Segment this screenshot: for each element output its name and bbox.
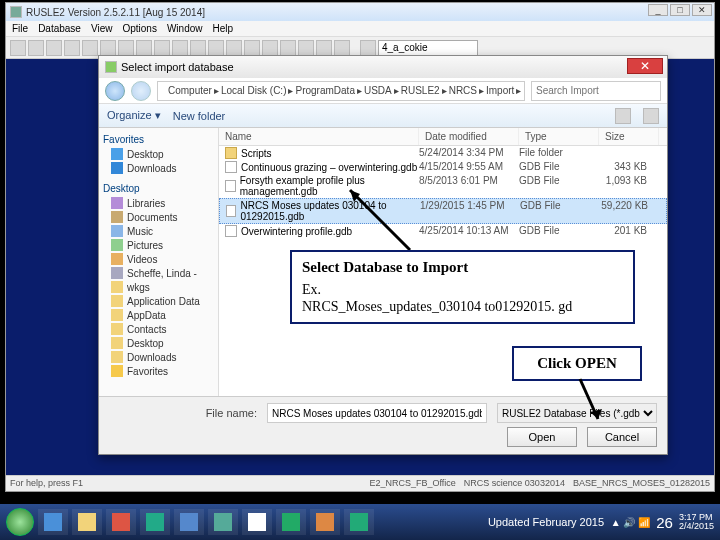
list-item[interactable]: Scripts 5/24/2014 3:34 PMFile folder xyxy=(219,146,667,160)
taskbar-item[interactable] xyxy=(276,509,306,535)
toolbar-icon[interactable] xyxy=(316,40,332,56)
file-icon xyxy=(226,205,236,217)
breadcrumb-part[interactable]: Computer xyxy=(168,85,212,96)
toolbar-icon[interactable] xyxy=(262,40,278,56)
toolbar-icon[interactable] xyxy=(360,40,376,56)
breadcrumb[interactable]: Computer▸ Local Disk (C:)▸ ProgramData▸ … xyxy=(157,81,525,101)
list-item-selected[interactable]: NRCS Moses updates 030104 to 01292015.gd… xyxy=(219,198,667,224)
search-input[interactable] xyxy=(531,81,661,101)
menu-window[interactable]: Window xyxy=(167,23,203,34)
taskbar-item[interactable] xyxy=(174,509,204,535)
list-item[interactable]: Overwintering profile.gdb 4/25/2014 10:1… xyxy=(219,224,667,238)
callout-title: Select Database to Import xyxy=(302,258,623,277)
toolbar-icon[interactable] xyxy=(172,40,188,56)
breadcrumb-part[interactable]: Local Disk (C:) xyxy=(221,85,287,96)
toolbar-icon[interactable] xyxy=(334,40,350,56)
toolbar-icon[interactable] xyxy=(208,40,224,56)
taskbar-item[interactable] xyxy=(242,509,272,535)
sidebar-item-libraries[interactable]: Libraries xyxy=(99,196,218,210)
toolbar-icon[interactable] xyxy=(190,40,206,56)
callout-open-text: Click OPEN xyxy=(537,355,617,371)
sidebar-item-user[interactable]: Scheffe, Linda - xyxy=(99,266,218,280)
taskbar-item[interactable] xyxy=(72,509,102,535)
start-button[interactable] xyxy=(6,508,34,536)
toolbar-input[interactable] xyxy=(378,40,478,56)
toolbar-icon[interactable] xyxy=(136,40,152,56)
nav-forward-button[interactable] xyxy=(131,81,151,101)
col-name: Name xyxy=(219,128,419,145)
list-item[interactable]: Continuous grazing – overwintering.gdb 4… xyxy=(219,160,667,174)
tray-icons[interactable]: ▲ 🔊 📶 xyxy=(611,517,650,528)
toolbar-icon[interactable] xyxy=(118,40,134,56)
help-icon[interactable] xyxy=(643,108,659,124)
sidebar-item[interactable]: Desktop xyxy=(99,336,218,350)
breadcrumb-part[interactable]: RUSLE2 xyxy=(401,85,440,96)
filetype-select[interactable]: RUSLE2 Database Files (*.gdb) xyxy=(497,403,657,423)
toolbar-icon[interactable] xyxy=(100,40,116,56)
toolbar-icon[interactable] xyxy=(64,40,80,56)
toolbar-icon[interactable] xyxy=(82,40,98,56)
sidebar-item[interactable]: Downloads xyxy=(99,350,218,364)
list-item[interactable]: Forsyth example profile plus management.… xyxy=(219,174,667,198)
sidebar-item[interactable]: Contacts xyxy=(99,322,218,336)
toolbar-icon[interactable] xyxy=(298,40,314,56)
cancel-button[interactable]: Cancel xyxy=(587,427,657,447)
sidebar-item-music[interactable]: Music xyxy=(99,224,218,238)
breadcrumb-part[interactable]: ProgramData xyxy=(295,85,354,96)
sidebar-item-videos[interactable]: Videos xyxy=(99,252,218,266)
taskbar-item[interactable] xyxy=(208,509,238,535)
menu-file[interactable]: File xyxy=(12,23,28,34)
sidebar-item[interactable]: Application Data xyxy=(99,294,218,308)
callout-select-db: Select Database to Import Ex. NRCS_Moses… xyxy=(290,250,635,324)
sidebar-item-desktop[interactable]: Desktop xyxy=(99,147,218,161)
taskbar-text: Updated February 2015 xyxy=(488,516,604,528)
minimize-button[interactable]: _ xyxy=(648,4,668,16)
sidebar-item[interactable]: Favorites xyxy=(99,364,218,378)
col-date: Date modified xyxy=(419,128,519,145)
breadcrumb-bar: Computer▸ Local Disk (C:)▸ ProgramData▸ … xyxy=(99,78,667,104)
breadcrumb-part[interactable]: USDA xyxy=(364,85,392,96)
taskbar-item[interactable] xyxy=(106,509,136,535)
dialog-toolbar: Organize ▾ New folder xyxy=(99,104,667,128)
menu-help[interactable]: Help xyxy=(212,23,233,34)
close-button[interactable]: ✕ xyxy=(692,4,712,16)
menu-database[interactable]: Database xyxy=(38,23,81,34)
organize-button[interactable]: Organize ▾ xyxy=(107,109,161,122)
sidebar-item[interactable]: wkgs xyxy=(99,280,218,294)
open-button[interactable]: Open xyxy=(507,427,577,447)
column-header[interactable]: Name Date modified Type Size xyxy=(219,128,667,146)
view-icon[interactable] xyxy=(615,108,631,124)
maximize-button[interactable]: □ xyxy=(670,4,690,16)
status-moses: BASE_NRCS_MOSES_01282015 xyxy=(573,478,710,489)
taskbar-item[interactable] xyxy=(310,509,340,535)
menu-view[interactable]: View xyxy=(91,23,113,34)
app-icon xyxy=(10,6,22,18)
callout-filename: NRCS_Moses_updates_030104 to01292015. gd xyxy=(302,298,623,316)
toolbar-icon[interactable] xyxy=(280,40,296,56)
favorites-icon xyxy=(111,365,123,377)
breadcrumb-part[interactable]: Import xyxy=(486,85,514,96)
toolbar-icon[interactable] xyxy=(28,40,44,56)
toolbar-icon[interactable] xyxy=(46,40,62,56)
nav-back-button[interactable] xyxy=(105,81,125,101)
sidebar-item-documents[interactable]: Documents xyxy=(99,210,218,224)
dialog-sidebar: Favorites Desktop Downloads Desktop Libr… xyxy=(99,128,219,396)
dialog-close-button[interactable]: ✕ xyxy=(627,58,663,74)
toolbar-icon[interactable] xyxy=(244,40,260,56)
filename-input[interactable] xyxy=(267,403,487,423)
app-title: RUSLE2 Version 2.5.2.11 [Aug 15 2014] xyxy=(26,7,205,18)
sidebar-item-pictures[interactable]: Pictures xyxy=(99,238,218,252)
sidebar-item-downloads[interactable]: Downloads xyxy=(99,161,218,175)
breadcrumb-part[interactable]: NRCS xyxy=(449,85,477,96)
status-left: For help, press F1 xyxy=(10,478,83,489)
toolbar-icon[interactable] xyxy=(154,40,170,56)
taskbar-item[interactable] xyxy=(344,509,374,535)
new-folder-button[interactable]: New folder xyxy=(173,110,226,122)
sidebar-item[interactable]: AppData xyxy=(99,308,218,322)
toolbar-icon[interactable] xyxy=(10,40,26,56)
taskbar-item[interactable] xyxy=(38,509,68,535)
dialog-title: Select import database xyxy=(121,61,234,73)
menu-options[interactable]: Options xyxy=(122,23,156,34)
taskbar-item[interactable] xyxy=(140,509,170,535)
toolbar-icon[interactable] xyxy=(226,40,242,56)
